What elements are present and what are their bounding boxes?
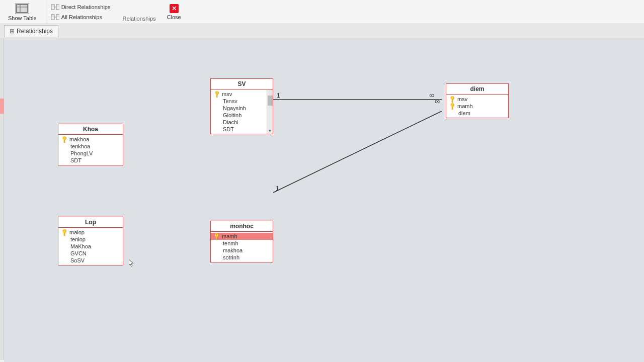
show-table-section: Show Table: [0, 0, 45, 24]
svg-line-19: [273, 111, 442, 193]
tab-label: Relationships: [17, 28, 53, 35]
field-gvcn: GVCN: [58, 250, 123, 257]
direct-rel-icon: [51, 4, 59, 11]
key-icon-lop: 🔑: [60, 228, 68, 236]
svg-text:∞: ∞: [429, 91, 434, 99]
field-sotrinh: sotrinh: [211, 254, 273, 261]
table-khoa-header: Khoa: [58, 124, 123, 135]
field-makhoa-lop: MaKhoa: [58, 243, 123, 250]
key-icon-diem-mamh: 🔑: [448, 102, 456, 110]
key-icon-sv: 🔑: [213, 90, 221, 98]
field-ngaysinh: Ngaysinh: [211, 105, 273, 112]
svg-rect-9: [56, 15, 59, 20]
field-msv: 🔑 msv: [211, 90, 273, 98]
relationships-menu: Direct Relationships All Relationships: [45, 0, 117, 24]
field-makhoa-monhoc: makhoa: [211, 247, 273, 254]
cursor: [129, 259, 135, 267]
relationships-tab[interactable]: ⊞ Relationships: [4, 25, 58, 37]
field-phonglv: PhongLV: [58, 150, 123, 157]
field-diem-val: diem: [446, 110, 508, 117]
toolbar: Show Table Direct Relationships: [0, 0, 644, 24]
show-table-button[interactable]: Show Table: [4, 1, 41, 23]
all-rel-icon: [51, 14, 59, 21]
show-table-icon: [15, 3, 29, 14]
sv-scroll-down[interactable]: ▼: [267, 128, 273, 134]
direct-relationships-button[interactable]: Direct Relationships: [49, 3, 113, 12]
table-khoa: Khoa 🔑 makhoa tenkhoa PhongLV SDT: [58, 124, 123, 165]
field-sosv: SoSV: [58, 257, 123, 264]
field-sdt-khoa: SDT: [58, 157, 123, 164]
svg-text:1: 1: [277, 92, 280, 99]
field-gioitinh: Gioitinh: [211, 112, 273, 119]
table-sv-fields: 🔑 msv Tensv Ngaysinh Gioitinh Diachi: [211, 89, 273, 134]
field-diachi: Diachi: [211, 119, 273, 126]
key-icon-monhoc: 🔑: [213, 232, 221, 240]
tab-icon: ⊞: [10, 28, 15, 35]
table-lop-fields: 🔑 malop tenlop MaKhoa GVCN SoSV: [58, 228, 123, 265]
field-msv-diem: 🔑 msv: [446, 96, 508, 103]
field-tenmh: tenmh: [211, 240, 273, 247]
table-lop: Lop 🔑 malop tenlop MaKhoa GVCN SoSV: [58, 217, 123, 265]
all-relationships-label: All Relationships: [61, 14, 102, 20]
table-monhoc: monhoc 🔑 mamh tenmh makhoa sotrinh: [210, 221, 273, 262]
field-tensv: Tensv: [211, 98, 273, 105]
field-makhoa: 🔑 makhoa: [58, 136, 123, 143]
all-relationships-button[interactable]: All Relationships: [49, 13, 113, 22]
svg-rect-4: [56, 5, 59, 10]
svg-rect-0: [17, 5, 28, 13]
field-mamh-monhoc: 🔑 mamh: [211, 233, 273, 240]
relationships-group-label: Relationships: [117, 0, 162, 24]
svg-rect-8: [51, 15, 54, 20]
show-table-label: Show Table: [8, 15, 37, 21]
key-icon: 🔑: [60, 135, 68, 143]
left-panel: [0, 38, 4, 360]
relationship-lines: 1 ∞ ∞ 1: [4, 38, 644, 362]
tab-bar: ⊞ Relationships: [0, 24, 644, 38]
close-icon: ✕: [170, 4, 179, 13]
sv-scrollbar[interactable]: ▼: [267, 89, 273, 134]
table-monhoc-header: monhoc: [211, 221, 273, 232]
field-tenlop: tenlop: [58, 236, 123, 243]
close-label: Close: [167, 14, 181, 20]
table-lop-header: Lop: [58, 217, 123, 228]
table-diem-fields: 🔑 msv 🔑 mamh diem: [446, 95, 508, 118]
table-monhoc-fields: 🔑 mamh tenmh makhoa sotrinh: [211, 232, 273, 262]
field-sdt-sv: SDT: [211, 126, 273, 133]
field-mamh-diem: 🔑 mamh: [446, 103, 508, 110]
table-diem-header: diem: [446, 84, 508, 95]
svg-rect-3: [51, 5, 54, 10]
direct-relationships-label: Direct Relationships: [61, 4, 111, 10]
svg-text:1: 1: [276, 185, 279, 192]
table-sv-header: SV: [211, 79, 273, 89]
close-button[interactable]: ✕ Close: [162, 0, 186, 24]
table-diem: diem 🔑 msv 🔑 mamh diem: [446, 83, 509, 118]
table-khoa-fields: 🔑 makhoa tenkhoa PhongLV SDT: [58, 135, 123, 165]
svg-text:∞: ∞: [435, 97, 440, 105]
table-sv: SV 🔑 msv Tensv Ngaysinh Gioitinh Diachi: [210, 78, 273, 134]
field-malop: 🔑 malop: [58, 229, 123, 236]
left-panel-button[interactable]: [0, 99, 4, 114]
diagram-area: 1 ∞ ∞ 1 Khoa 🔑 makhoa tenkhoa PhongLV: [4, 38, 644, 362]
field-tenkhoa: tenkhoa: [58, 143, 123, 150]
sv-scrollbar-thumb[interactable]: [268, 96, 273, 106]
